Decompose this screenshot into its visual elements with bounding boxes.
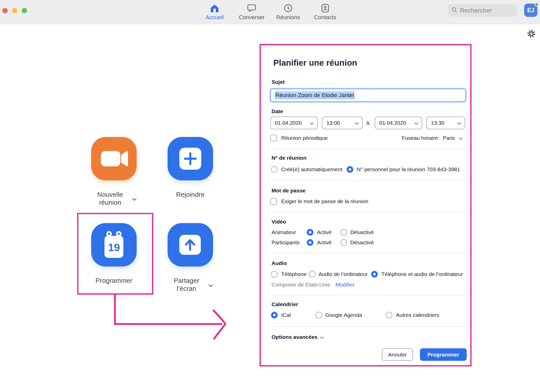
dialog-footer: Annuler Programmer [261, 348, 473, 361]
calendar-options-row: ICal Google Agenda Autres calendriers [261, 312, 473, 318]
end-date-value: 01.04.2020 [379, 120, 406, 126]
tab-label: Contacts [309, 14, 342, 21]
dial-in-text: Composer de États-Unis [272, 282, 330, 288]
dialog-title: Planifier une réunion [273, 58, 357, 68]
divider [270, 253, 466, 253]
chevron-down-icon [457, 120, 461, 126]
home-icon [198, 3, 231, 13]
modify-link[interactable]: Modifier [335, 282, 355, 288]
other-calendars-radio[interactable] [386, 312, 392, 318]
new-meeting-button[interactable]: Nouvelle réunion [91, 137, 137, 206]
start-date-value: 01.04.2020 [275, 120, 302, 126]
settings-gear-icon[interactable] [527, 29, 536, 39]
clock-icon [272, 3, 305, 13]
audio-options-row: Téléphone Audio de l’ordinateur Téléphon… [261, 271, 473, 278]
host-label: Animateur [272, 229, 296, 235]
tab-converser[interactable]: Converser [235, 3, 268, 22]
chevron-down-icon[interactable] [132, 195, 137, 203]
participants-label: Participants [272, 239, 300, 246]
schedule-meeting-dialog: Planifier une réunion Sujet Réunion Zoom… [260, 44, 472, 366]
audio-computer-label: Audio de l’ordinateur [319, 271, 368, 277]
end-date-dropdown[interactable]: 01.04.2020 [375, 117, 422, 129]
participants-video-on-label: Activé [317, 239, 332, 246]
window-zoom-button[interactable] [22, 8, 27, 13]
join-button[interactable]: Rejoindre [168, 137, 213, 199]
start-time-value: 13:00 [326, 120, 340, 126]
participants-video-off-radio[interactable] [341, 239, 347, 246]
share-screen-button[interactable]: Partager l’écran [168, 223, 213, 293]
window-close-button[interactable] [2, 8, 8, 13]
participants-video-off-label: Désactivé [350, 239, 374, 246]
audio-label: Audio [272, 260, 287, 266]
subject-value: Réunion Zoom de Elodie Jantet [275, 91, 355, 99]
divider [270, 295, 466, 295]
tab-label: Réunions [272, 14, 305, 21]
tab-label: Converser [235, 14, 268, 21]
end-time-value: 13:30 [431, 120, 444, 126]
dial-in-row: Composer de États-Unis Modifier [261, 281, 473, 288]
password-label: Mot de passe [272, 188, 306, 194]
require-password-checkbox[interactable] [270, 198, 277, 205]
video-label: Vidéo [272, 219, 286, 225]
other-calendars-label: Autres calendriers [396, 312, 439, 318]
search-placeholder: Rechercher [460, 7, 492, 14]
video-host-row: Animateur Activé Désactivé [261, 229, 473, 236]
ical-radio[interactable] [271, 312, 278, 318]
google-calendar-radio[interactable] [315, 312, 322, 318]
chevron-down-icon[interactable] [208, 281, 213, 289]
end-time-dropdown[interactable]: 13:30 [426, 117, 465, 129]
tab-reunions[interactable]: Réunions [272, 3, 305, 22]
audio-both-radio[interactable] [371, 271, 378, 278]
calendar-label: Calendrier [272, 301, 298, 307]
auto-generated-label: Créé(e) automatiquement [281, 166, 342, 172]
audio-phone-radio[interactable] [271, 271, 278, 278]
annotation-arrow [110, 291, 232, 343]
divider [270, 211, 466, 212]
plus-icon [168, 137, 213, 180]
ical-label: ICal [281, 312, 291, 318]
cancel-button[interactable]: Annuler [382, 348, 413, 361]
presence-dot [534, 2, 539, 7]
start-date-dropdown[interactable]: 01.04.2020 [270, 117, 318, 129]
contact-card-icon [309, 3, 342, 13]
participants-video-on-radio[interactable] [307, 239, 313, 246]
tab-contacts[interactable]: Contacts [309, 3, 342, 22]
host-video-off-radio[interactable] [341, 229, 347, 236]
start-time-dropdown[interactable]: 13:00 [322, 117, 363, 129]
audio-phone-label: Téléphone [281, 271, 307, 277]
auto-generated-radio[interactable] [271, 166, 278, 173]
recurring-timezone-row: Réunion périodique Fuseau horaire: Paris [261, 135, 473, 141]
date-label: Date [272, 108, 283, 114]
date-time-row: 01.04.2020 13:00 à 01.04.2020 13:30 [261, 117, 473, 129]
avatar[interactable]: EJ [524, 4, 537, 17]
avatar-initials: EJ [527, 7, 534, 14]
annotation-box-programmer [77, 213, 153, 295]
divider [270, 149, 466, 149]
recurring-meeting-label: Réunion périodique [281, 135, 328, 141]
subject-input[interactable]: Réunion Zoom de Elodie Jantet [270, 89, 466, 102]
chevron-down-icon[interactable] [459, 135, 463, 141]
google-calendar-label: Google Agenda [325, 312, 362, 318]
window-minimize-button[interactable] [12, 8, 17, 13]
advanced-options-row[interactable]: Options avancées [261, 333, 473, 341]
divider [270, 180, 466, 181]
subject-label: Sujet [272, 79, 285, 85]
search-input[interactable]: Rechercher [448, 4, 517, 17]
require-password-label: Exiger le mot de passe de la réunion [281, 198, 368, 204]
password-row: Exiger le mot de passe de la réunion [261, 198, 473, 205]
recurring-meeting-checkbox[interactable] [270, 135, 277, 141]
search-icon [451, 7, 457, 14]
chevron-down-icon [320, 334, 324, 340]
tab-accueil[interactable]: Accueil [198, 3, 231, 22]
personal-meeting-id-label: N° personnel pour la réunion 703-843-398… [357, 166, 460, 172]
share-screen-arrow-icon [168, 223, 213, 267]
host-video-on-radio[interactable] [307, 229, 313, 236]
audio-computer-radio[interactable] [309, 271, 315, 278]
divider [270, 326, 466, 327]
chevron-down-icon [355, 120, 359, 126]
timezone-dropdown[interactable]: Paris [443, 135, 455, 141]
personal-meeting-id-radio[interactable] [347, 166, 353, 173]
schedule-submit-button[interactable]: Programmer [420, 348, 467, 361]
chevron-down-icon [414, 120, 418, 126]
window-toolbar: Accueil Converser Réunions Contacts Rech… [0, 0, 540, 24]
